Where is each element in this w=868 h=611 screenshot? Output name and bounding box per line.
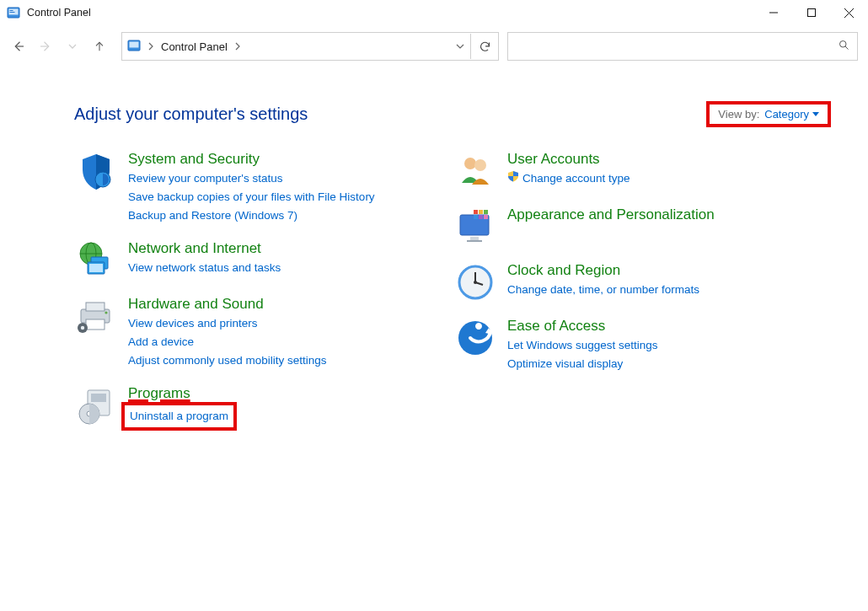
back-button[interactable] [10, 38, 27, 55]
svg-rect-25 [86, 319, 104, 330]
svg-point-33 [464, 158, 476, 169]
change-date-time-formats-link[interactable]: Change date, time, or number formats [507, 281, 699, 299]
clock-icon [455, 262, 496, 303]
svg-marker-15 [812, 112, 819, 116]
chevron-right-icon[interactable] [147, 40, 154, 53]
category-appearance-personalization: Appearance and Personalization [455, 206, 809, 247]
user-accounts-icon [455, 151, 496, 191]
window-controls [754, 0, 868, 25]
programs-heading[interactable]: Programs [128, 385, 237, 402]
category-clock-region: Clock and Region Change date, time, or n… [455, 262, 809, 303]
network-internet-heading[interactable]: Network and Internet [128, 240, 281, 257]
monitor-appearance-icon [455, 206, 496, 247]
svg-rect-40 [479, 210, 483, 214]
navbar: Control Panel [0, 25, 868, 67]
file-history-backup-link[interactable]: Save backup copies of your files with Fi… [128, 188, 375, 206]
up-button[interactable] [91, 38, 108, 55]
refresh-button[interactable] [470, 34, 498, 59]
category-ease-of-access: Ease of Access Let Windows suggest setti… [455, 318, 809, 373]
view-devices-printers-link[interactable]: View devices and printers [128, 314, 327, 333]
svg-rect-2 [10, 10, 13, 11]
add-a-device-link[interactable]: Add a device [128, 333, 327, 351]
svg-rect-5 [807, 9, 815, 17]
svg-point-13 [840, 41, 847, 48]
chevron-down-icon [812, 111, 819, 118]
svg-rect-3 [10, 12, 15, 13]
category-network-internet: Network and Internet View network status… [76, 240, 430, 281]
svg-rect-24 [86, 303, 104, 311]
svg-point-34 [474, 159, 486, 171]
svg-rect-22 [89, 264, 103, 272]
svg-rect-43 [479, 215, 483, 219]
category-programs: Programs Uninstall a program [76, 385, 430, 431]
uac-shield-icon [507, 169, 519, 188]
svg-rect-30 [91, 394, 106, 402]
breadcrumb-label: Control Panel [161, 40, 228, 53]
backup-restore-win7-link[interactable]: Backup and Restore (Windows 7) [128, 206, 375, 225]
control-panel-address-icon [127, 39, 141, 55]
window-title: Control Panel [27, 7, 91, 19]
titlebar-left: Control Panel [7, 6, 91, 19]
page-title: Adjust your computer's settings [74, 105, 308, 124]
maximize-button[interactable] [792, 0, 830, 25]
svg-point-49 [474, 281, 477, 284]
svg-point-26 [104, 311, 107, 314]
address-history-dropdown[interactable] [449, 34, 470, 59]
globe-network-icon [76, 240, 116, 281]
hardware-sound-heading[interactable]: Hardware and Sound [128, 296, 327, 313]
left-column: System and Security Review your computer… [76, 151, 430, 431]
view-by-selector[interactable]: View by: Category [706, 101, 831, 127]
view-by-value[interactable]: Category [764, 108, 819, 121]
ease-of-access-heading[interactable]: Ease of Access [507, 318, 658, 335]
let-windows-suggest-settings-link[interactable]: Let Windows suggest settings [507, 336, 658, 355]
view-network-status-link[interactable]: View network status and tasks [128, 259, 281, 277]
svg-rect-44 [484, 215, 488, 219]
system-security-heading[interactable]: System and Security [128, 151, 375, 168]
search-icon [838, 39, 850, 54]
breadcrumb-segment[interactable]: Control Panel [161, 40, 228, 53]
optimize-visual-display-link[interactable]: Optimize visual display [507, 355, 658, 373]
ease-of-access-icon [455, 318, 496, 358]
svg-rect-39 [474, 210, 478, 214]
nav-arrows [10, 38, 108, 55]
close-button[interactable] [830, 0, 868, 25]
svg-point-28 [81, 326, 84, 330]
right-column: User Accounts Change account type [455, 151, 809, 431]
address-bar[interactable]: Control Panel [121, 32, 499, 61]
shield-icon [76, 151, 116, 191]
review-computer-status-link[interactable]: Review your computer's status [128, 169, 375, 188]
heading-row: Adjust your computer's settings View by:… [0, 67, 868, 134]
svg-rect-12 [130, 41, 139, 47]
svg-rect-37 [470, 237, 479, 240]
content: System and Security Review your computer… [0, 134, 868, 448]
view-by-label: View by: [718, 108, 759, 121]
category-user-accounts: User Accounts Change account type [455, 151, 809, 191]
forward-button[interactable] [37, 38, 54, 55]
minimize-button[interactable] [754, 0, 792, 25]
clock-region-heading[interactable]: Clock and Region [507, 262, 699, 279]
svg-rect-42 [474, 215, 478, 219]
printer-hardware-icon [76, 296, 116, 336]
titlebar: Control Panel [0, 0, 868, 25]
svg-line-14 [845, 46, 848, 49]
svg-rect-38 [467, 240, 482, 242]
recent-locations-button[interactable] [64, 38, 81, 55]
search-input[interactable] [507, 32, 858, 61]
svg-rect-41 [484, 210, 488, 214]
programs-disc-box-icon [76, 385, 116, 426]
chevron-right-icon[interactable] [234, 40, 241, 53]
mobility-settings-link[interactable]: Adjust commonly used mobility settings [128, 351, 327, 370]
category-hardware-sound: Hardware and Sound View devices and prin… [76, 296, 430, 370]
change-account-type-link[interactable]: Change account type [507, 169, 630, 188]
appearance-personalization-heading[interactable]: Appearance and Personalization [507, 206, 715, 223]
uninstall-a-program-link[interactable]: Uninstall a program [130, 407, 228, 426]
control-panel-title-icon [7, 6, 20, 19]
category-system-security: System and Security Review your computer… [76, 151, 430, 225]
user-accounts-heading[interactable]: User Accounts [507, 151, 630, 168]
